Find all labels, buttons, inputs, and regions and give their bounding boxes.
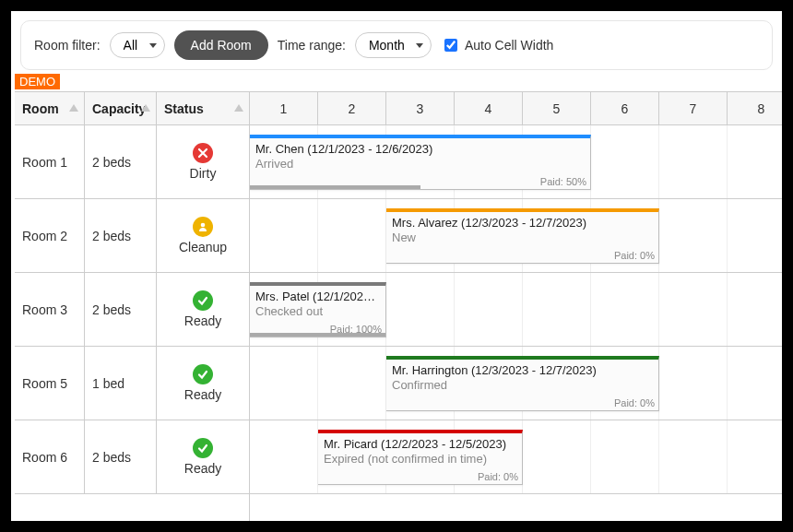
reservation-event[interactable]: Mrs. Patel (12/1/2023 - 12/3/2023)Checke…: [250, 282, 386, 337]
column-header-status[interactable]: Status: [157, 92, 249, 124]
event-title: Mr. Harrington (12/3/2023 - 12/7/2023): [392, 363, 653, 377]
sort-asc-icon: [234, 104, 243, 112]
sort-asc-icon: [69, 104, 78, 112]
status-ready-icon: [193, 438, 213, 458]
svg-point-0: [201, 223, 206, 228]
event-paid-label: Paid: 0%: [614, 250, 655, 261]
room-status-label: Cleanup: [179, 240, 227, 254]
timeline-row[interactable]: Mr. Harrington (12/3/2023 - 12/7/2023)Co…: [250, 347, 782, 420]
timeline-body: Mr. Chen (12/1/2023 - 12/6/2023)ArrivedP…: [250, 125, 782, 494]
toolbar: Room filter: All Add Room Time range: Mo…: [20, 20, 773, 70]
event-paid-label: Paid: 50%: [540, 176, 586, 187]
timeline-row[interactable]: Mrs. Alvarez (12/3/2023 - 12/7/2023)NewP…: [250, 199, 782, 273]
day-header-cell[interactable]: 5: [523, 92, 591, 124]
room-capacity-cell: 2 beds: [85, 199, 157, 272]
room-capacity-cell: 2 beds: [85, 273, 157, 346]
status-dirty-icon: [193, 143, 213, 163]
room-status-cell: Ready: [157, 347, 249, 420]
day-header-cell[interactable]: 1: [250, 92, 318, 124]
time-range-label: Time range:: [278, 38, 346, 53]
timeline-area: 12345678 Mr. Chen (12/1/2023 - 12/6/2023…: [250, 92, 782, 521]
room-status-cell: Cleanup: [157, 199, 249, 272]
event-paid-label: Paid: 0%: [614, 397, 655, 408]
day-header-cell[interactable]: 3: [386, 92, 455, 124]
room-name-cell: Room 2: [15, 199, 85, 272]
room-status-cell: Dirty: [157, 125, 249, 198]
column-header-room[interactable]: Room: [15, 92, 85, 124]
column-header-label: Room: [22, 101, 59, 116]
resource-row[interactable]: Room 62 bedsReady: [15, 420, 249, 494]
room-capacity-cell: 2 beds: [85, 125, 157, 198]
add-room-button[interactable]: Add Room: [174, 30, 268, 60]
resource-row[interactable]: Room 12 bedsDirty: [15, 125, 249, 199]
event-subtitle: Checked out: [255, 304, 380, 318]
demo-badge: DEMO: [15, 74, 60, 89]
sort-asc-icon: [141, 104, 150, 112]
event-subtitle: New: [392, 231, 653, 244]
event-progress-bar: [250, 333, 385, 337]
day-header-cell[interactable]: 7: [659, 92, 728, 124]
room-status-label: Ready: [184, 313, 221, 328]
timeline-row[interactable]: Mrs. Patel (12/1/2023 - 12/3/2023)Checke…: [250, 273, 782, 347]
column-header-label: Status: [164, 101, 204, 116]
room-status-label: Ready: [184, 461, 221, 476]
room-status-label: Ready: [184, 387, 221, 402]
room-name-cell: Room 1: [15, 125, 85, 198]
room-status-cell: Ready: [157, 273, 249, 346]
scheduler: Room Capacity Status Room 12 bedsDirtyRo…: [15, 91, 782, 521]
reservation-event[interactable]: Mr. Chen (12/1/2023 - 12/6/2023)ArrivedP…: [250, 135, 591, 190]
day-header-cell[interactable]: 6: [591, 92, 659, 124]
room-filter-select[interactable]: All: [110, 32, 165, 58]
status-ready-icon: [193, 364, 213, 384]
status-ready-icon: [193, 290, 213, 311]
event-title: Mr. Chen (12/1/2023 - 12/6/2023): [255, 142, 585, 156]
event-title: Mrs. Alvarez (12/3/2023 - 12/7/2023): [392, 216, 653, 230]
column-header-label: Capacity: [92, 101, 146, 116]
day-header-cell[interactable]: 2: [318, 92, 386, 124]
room-name-cell: Room 3: [15, 273, 85, 346]
reservation-event[interactable]: Mr. Harrington (12/3/2023 - 12/7/2023)Co…: [386, 356, 659, 411]
row-header-columns: Room Capacity Status: [15, 92, 249, 125]
event-subtitle: Expired (not confirmed in time): [324, 452, 516, 466]
event-paid-label: Paid: 0%: [478, 471, 518, 482]
event-title: Mrs. Patel (12/1/2023 - 12/3/2023): [255, 290, 380, 303]
column-header-capacity[interactable]: Capacity: [85, 92, 157, 124]
room-name-cell: Room 5: [15, 347, 85, 420]
reservation-event[interactable]: Mrs. Alvarez (12/3/2023 - 12/7/2023)NewP…: [386, 208, 659, 264]
room-filter-label: Room filter:: [34, 38, 101, 53]
timeline-row[interactable]: Mr. Chen (12/1/2023 - 12/6/2023)ArrivedP…: [250, 125, 782, 199]
room-status-cell: Ready: [157, 420, 249, 493]
room-status-label: Dirty: [190, 166, 217, 181]
event-title: Mr. Picard (12/2/2023 - 12/5/2023): [324, 437, 516, 451]
day-header-cell[interactable]: 4: [455, 92, 523, 124]
time-range-select[interactable]: Month: [355, 32, 432, 58]
resource-row[interactable]: Room 32 bedsReady: [15, 273, 249, 347]
auto-cell-width-label: Auto Cell Width: [465, 38, 553, 53]
timeline-header: 12345678: [250, 92, 782, 125]
row-header-area: Room Capacity Status Room 12 bedsDirtyRo…: [15, 92, 250, 521]
event-subtitle: Arrived: [255, 157, 585, 171]
day-header-cell[interactable]: 8: [728, 92, 782, 124]
event-progress-bar: [250, 185, 420, 189]
timeline-row[interactable]: Mr. Picard (12/2/2023 - 12/5/2023)Expire…: [250, 420, 782, 494]
resource-row[interactable]: Room 51 bedReady: [15, 347, 249, 420]
auto-cell-width-checkbox[interactable]: [444, 39, 457, 52]
room-name-cell: Room 6: [15, 420, 85, 493]
room-capacity-cell: 2 beds: [85, 420, 157, 493]
status-cleanup-icon: [193, 217, 213, 237]
event-subtitle: Confirmed: [392, 378, 653, 392]
resource-row[interactable]: Room 22 bedsCleanup: [15, 199, 249, 273]
room-capacity-cell: 1 bed: [85, 347, 157, 420]
reservation-event[interactable]: Mr. Picard (12/2/2023 - 12/5/2023)Expire…: [318, 430, 523, 485]
